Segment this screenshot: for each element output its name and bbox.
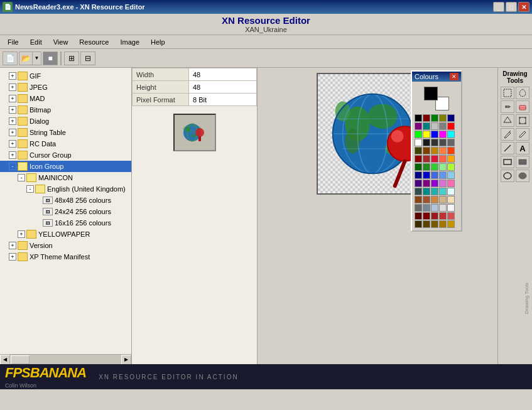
palette-color[interactable] xyxy=(439,220,447,228)
toggle-yellowpaper[interactable]: + xyxy=(18,230,25,238)
tree-item-48x48[interactable]: 🖼 48x48 256 colours xyxy=(0,195,131,206)
tree-item-xptheme[interactable]: + XP Theme Manifest xyxy=(0,251,131,262)
tree-item-mainicon[interactable]: - MAINICON xyxy=(0,172,131,183)
palette-color[interactable] xyxy=(431,114,438,122)
toggle-cursor-group[interactable]: + xyxy=(9,151,16,159)
palette-color[interactable] xyxy=(447,220,455,228)
toggle-bitmap[interactable]: + xyxy=(9,106,16,114)
menu-view[interactable]: View xyxy=(48,37,73,47)
palette-color[interactable] xyxy=(439,171,447,179)
menu-help[interactable]: Help xyxy=(146,37,170,47)
palette-color[interactable] xyxy=(431,155,438,163)
palette-color[interactable] xyxy=(423,122,430,130)
tree-item-16x16[interactable]: 🖼 16x16 256 colours xyxy=(0,217,131,229)
menu-edit[interactable]: Edit xyxy=(25,37,47,47)
palette-color[interactable] xyxy=(447,188,455,195)
toggle-mainicon[interactable]: - xyxy=(18,174,25,181)
palette-color[interactable] xyxy=(415,131,422,138)
minimize-button[interactable]: _ xyxy=(493,2,504,12)
palette-color[interactable] xyxy=(447,196,455,203)
toolbar-new[interactable]: 📄 xyxy=(3,51,18,65)
toggle-mad[interactable]: + xyxy=(9,95,16,102)
palette-color[interactable] xyxy=(447,204,455,212)
palette-color[interactable] xyxy=(423,131,430,138)
tool-pen[interactable] xyxy=(501,128,514,141)
palette-color[interactable] xyxy=(423,139,430,146)
tree-scrollbar[interactable]: ◀ ▶ xyxy=(0,354,131,364)
toggle-xptheme[interactable]: + xyxy=(9,253,16,261)
palette-color[interactable] xyxy=(431,220,438,228)
tool-line[interactable] xyxy=(501,142,514,154)
palette-color[interactable] xyxy=(439,212,447,220)
palette-color[interactable] xyxy=(415,171,422,179)
palette-color[interactable] xyxy=(415,155,422,163)
palette-color[interactable] xyxy=(439,114,447,122)
tree-item-version[interactable]: + Version xyxy=(0,240,131,251)
palette-color[interactable] xyxy=(415,220,422,228)
toggle-rcdata[interactable]: + xyxy=(9,140,16,148)
palette-color[interactable] xyxy=(439,204,447,212)
tree-item-cursor-group[interactable]: + Cursor Group xyxy=(0,149,131,161)
palette-color[interactable] xyxy=(447,180,455,187)
palette-color[interactable] xyxy=(431,188,438,195)
tree-item-jpeg[interactable]: + JPEG xyxy=(0,82,131,93)
tool-ellipse-outline[interactable] xyxy=(501,170,514,182)
tree-item-icon-group[interactable]: - Icon Group xyxy=(0,161,131,172)
menu-image[interactable]: Image xyxy=(115,37,144,47)
toolbar-btn1[interactable]: ⊞ xyxy=(64,51,79,65)
tree-item-rcdata[interactable]: + RC Data xyxy=(0,138,131,149)
palette-color[interactable] xyxy=(439,139,447,146)
palette-color[interactable] xyxy=(423,180,430,187)
scrollbar-track[interactable] xyxy=(10,355,121,365)
toggle-dialog[interactable]: + xyxy=(9,117,16,125)
palette-color[interactable] xyxy=(423,204,430,212)
toolbar-save[interactable]: ■ xyxy=(43,51,58,65)
palette-color[interactable] xyxy=(415,114,422,122)
palette-color[interactable] xyxy=(423,196,430,203)
palette-color[interactable] xyxy=(447,212,455,220)
palette-color[interactable] xyxy=(431,163,438,171)
toolbar-open-dropdown[interactable]: ▼ xyxy=(33,51,41,65)
palette-color[interactable] xyxy=(415,212,422,220)
tool-eraser[interactable] xyxy=(516,100,529,113)
tool-select-rect[interactable] xyxy=(501,87,514,99)
palette-color[interactable] xyxy=(423,114,430,122)
tree-item-yellowpaper[interactable]: + YELLOWPAPER xyxy=(0,229,131,240)
palette-color[interactable] xyxy=(423,147,430,154)
palette-color[interactable] xyxy=(447,163,455,171)
tool-rect-fill[interactable] xyxy=(516,156,529,168)
maximize-button[interactable]: □ xyxy=(506,2,517,12)
palette-color[interactable] xyxy=(431,180,438,187)
palette-color[interactable] xyxy=(431,171,438,179)
palette-color[interactable] xyxy=(415,122,422,130)
tool-polygon[interactable] xyxy=(501,114,514,127)
scrollbar-thumb[interactable] xyxy=(11,355,30,364)
tool-text[interactable]: A xyxy=(516,142,529,154)
palette-color[interactable] xyxy=(423,220,430,228)
palette-color[interactable] xyxy=(431,212,438,220)
palette-color[interactable] xyxy=(423,188,430,195)
palette-color[interactable] xyxy=(415,204,422,212)
canvas-area[interactable]: Colours ✕ xyxy=(258,68,497,364)
palette-color[interactable] xyxy=(447,147,455,154)
palette-color[interactable] xyxy=(423,163,430,171)
toggle-icon-group[interactable]: - xyxy=(9,163,16,170)
palette-color[interactable] xyxy=(431,147,438,154)
tool-select-free[interactable] xyxy=(516,87,529,99)
palette-color[interactable] xyxy=(447,114,455,122)
palette-color[interactable] xyxy=(439,147,447,154)
tool-rect-outline[interactable] xyxy=(501,156,514,168)
tool-pencil[interactable]: ✏ xyxy=(501,100,514,113)
palette-color[interactable] xyxy=(447,171,455,179)
scrollbar-right[interactable]: ▶ xyxy=(121,355,131,365)
tree-item-gif[interactable]: + GIF xyxy=(0,70,131,82)
palette-color[interactable] xyxy=(447,155,455,163)
palette-color[interactable] xyxy=(415,188,422,195)
toggle-jpeg[interactable]: + xyxy=(9,84,16,91)
tree-item-mad[interactable]: + MAD xyxy=(0,93,131,104)
palette-color[interactable] xyxy=(423,171,430,179)
menu-resource[interactable]: Resource xyxy=(74,37,114,47)
palette-color[interactable] xyxy=(439,131,447,138)
toolbar-btn2[interactable]: ⊟ xyxy=(80,51,95,65)
tool-ellipse-fill[interactable] xyxy=(516,170,529,182)
